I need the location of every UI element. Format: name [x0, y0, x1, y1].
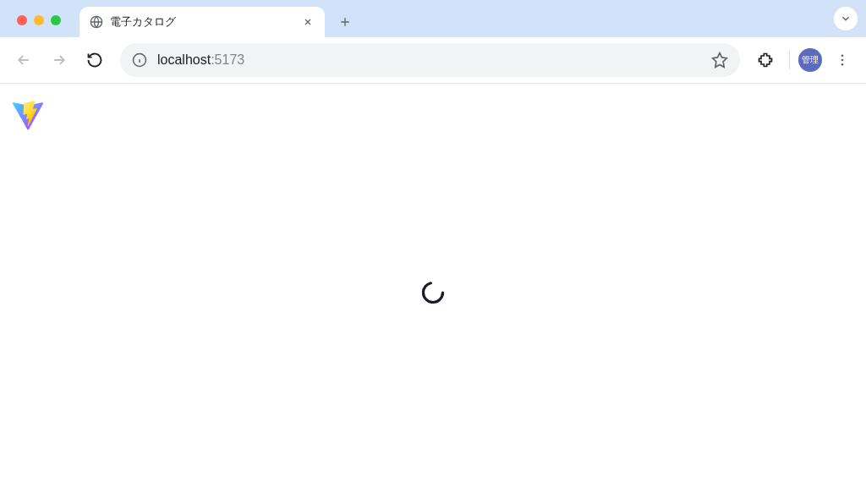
url-text: localhost:5173: [157, 52, 701, 68]
browser-toolbar: localhost:5173 管理: [0, 37, 866, 83]
extensions-icon[interactable]: [750, 45, 781, 75]
window-maximize-button[interactable]: [51, 15, 61, 25]
profile-avatar[interactable]: 管理: [798, 48, 822, 72]
toolbar-separator: [789, 51, 790, 69]
globe-icon: [90, 15, 103, 29]
close-icon[interactable]: [301, 15, 315, 29]
bookmark-star-icon[interactable]: [711, 52, 728, 68]
svg-point-3: [841, 59, 844, 62]
reload-button[interactable]: [79, 45, 110, 75]
window-close-button[interactable]: [17, 15, 27, 25]
window-minimize-button[interactable]: [34, 15, 44, 25]
chevron-down-icon[interactable]: [834, 7, 858, 30]
new-tab-button[interactable]: [333, 10, 357, 34]
url-host: localhost: [157, 52, 211, 67]
tab-title: 電子カタログ: [110, 14, 294, 30]
page-content: [0, 84, 866, 504]
svg-point-5: [423, 282, 442, 302]
vite-logo-icon: [12, 101, 44, 133]
svg-point-4: [841, 63, 844, 66]
forward-button[interactable]: [44, 45, 74, 75]
kebab-menu-icon[interactable]: [827, 45, 858, 75]
window-traffic-lights: [17, 15, 61, 25]
back-button[interactable]: [8, 45, 39, 75]
profile-label: 管理: [802, 54, 819, 66]
url-port: :5173: [211, 52, 244, 67]
address-bar[interactable]: localhost:5173: [120, 43, 740, 77]
browser-tab[interactable]: 電子カタログ: [79, 7, 325, 37]
info-icon[interactable]: [132, 52, 147, 68]
loading-spinner-icon: [419, 279, 447, 310]
tab-bar: 電子カタログ: [0, 0, 866, 37]
svg-point-2: [841, 54, 844, 57]
